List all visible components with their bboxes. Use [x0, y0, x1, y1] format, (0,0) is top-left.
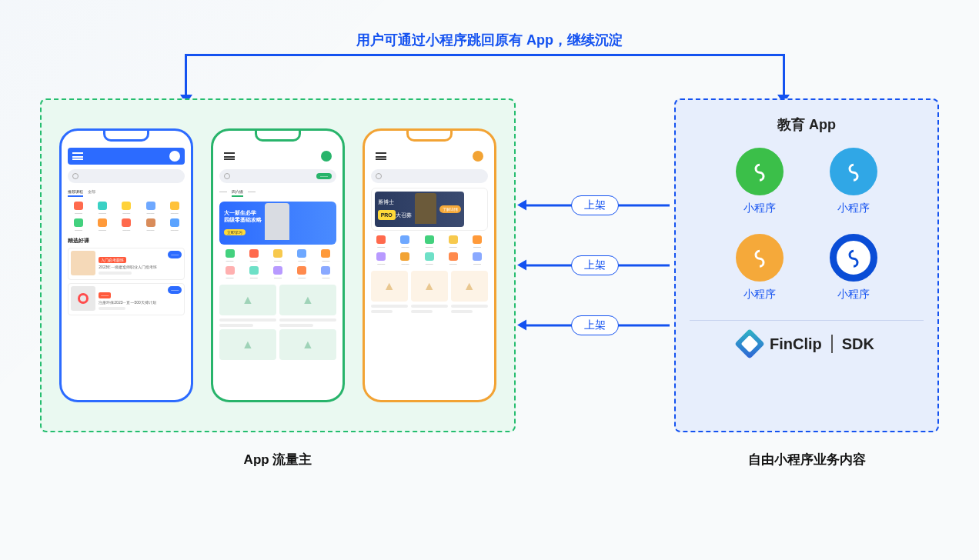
search-bar: —— — [219, 169, 336, 183]
person-image — [415, 193, 436, 224]
flow-arrow: 上架 — [520, 196, 670, 215]
miniprogram-label: 小程序 — [837, 202, 870, 215]
miniprogram-icon — [830, 234, 877, 282]
card-title: 注册环保2023一直—500天搏计划 — [99, 300, 165, 305]
phone-notch — [255, 131, 301, 142]
miniprogram-icon — [830, 148, 877, 195]
tab-active: 推荐课程 — [68, 188, 83, 197]
search-bar — [371, 169, 488, 183]
phone-mock-green: —— —— 四六级 —— 大一新生必学 四级零基础攻略 立即学习 —— —— —… — [211, 128, 345, 402]
category-grid: —— —— —— —— —— —— —— —— —— —— — [371, 235, 488, 266]
card-tag: —— — [99, 292, 111, 298]
phone-mock-orange: 雁博士 PRO大召募 了解详情 —— —— —— —— —— —— —— —— … — [363, 128, 496, 402]
flow-arrows-column: 上架 上架 上架 — [516, 98, 674, 432]
banner-prefix: 雁博士 — [378, 198, 412, 206]
course-card: —— 注册环保2023一直—500天搏计划 —— — [68, 283, 185, 315]
finclip-logo-icon — [734, 328, 765, 359]
avatar-icon — [321, 151, 332, 162]
hero-banner: 雁博士 PRO大召募 了解详情 — [371, 188, 488, 231]
flow-label: 上架 — [571, 315, 619, 335]
flow-arrow: 上架 — [520, 256, 670, 275]
section-title: 精选好课 — [68, 237, 185, 245]
miniprogram-icon — [736, 148, 784, 195]
banner-cta: 立即学习 — [224, 229, 246, 235]
separator — [831, 335, 833, 353]
flow-arrow: 上架 — [520, 316, 670, 335]
phone-header — [68, 148, 185, 165]
miniprogram-item: 小程序 — [830, 234, 877, 302]
search-icon — [376, 173, 382, 179]
sdk-label: SDK — [842, 335, 874, 353]
hero-banner: 大一新生必学 四级零基础攻略 立即学习 — [219, 202, 336, 245]
tab-row: 推荐课程 全部 — [68, 188, 185, 197]
finclip-sdk-brand: FinClip SDK — [739, 333, 874, 355]
card-tag: 入门必考题班 — [99, 257, 126, 263]
miniprogram-label: 小程序 — [743, 202, 776, 215]
menu-icon — [376, 152, 386, 160]
right-panel-title: 教育 App — [777, 115, 836, 134]
person-image — [265, 203, 289, 240]
search-btn: —— — [316, 173, 332, 179]
divider — [690, 320, 924, 321]
banner-suffix: 大召募 — [396, 212, 412, 218]
banner-line: 四级零基础攻略 — [224, 216, 262, 223]
menu-icon — [72, 152, 83, 160]
content-list: ▲ ▲ ▲ — [371, 271, 488, 315]
menu-icon — [224, 152, 235, 160]
card-cta: —— — [168, 251, 182, 258]
category-grid: —— —— —— —— —— —— —— —— —— —— — [68, 202, 185, 232]
right-panel-education-app: 教育 App 小程序 小程序 小程序 — [674, 98, 939, 432]
finclip-name: FinClip — [770, 335, 822, 353]
search-bar — [68, 169, 185, 183]
phone-notch — [103, 131, 149, 142]
top-connector-arrow — [185, 54, 785, 96]
banner-cta: 了解详情 — [439, 205, 461, 213]
miniprogram-item: 小程序 — [830, 148, 877, 215]
tab: 全部 — [88, 188, 95, 197]
pro-badge: PRO — [378, 210, 396, 220]
miniprogram-item: 小程序 — [736, 148, 784, 215]
phone-header — [371, 148, 488, 165]
category-grid: —— —— —— —— —— —— —— —— —— —— — [219, 249, 336, 280]
diagram-stage: 推荐课程 全部 —— —— —— —— —— —— —— —— —— —— 精选… — [40, 98, 939, 432]
top-flow-text: 用户可通过小程序跳回原有 App，继续沉淀 — [0, 31, 979, 49]
phone-notch — [406, 131, 453, 142]
miniprogram-label: 小程序 — [837, 288, 870, 302]
tab-row: —— 四六级 —— — [219, 188, 336, 197]
search-icon — [224, 173, 230, 179]
miniprogram-grid: 小程序 小程序 小程序 小程序 — [736, 148, 877, 302]
avatar-icon — [473, 151, 483, 162]
card-cta: —— — [168, 286, 182, 294]
miniprogram-label: 小程序 — [743, 288, 776, 302]
left-panel-app-owners: 推荐课程 全部 —— —— —— —— —— —— —— —— —— —— 精选… — [40, 98, 516, 432]
captions: App 流量主 自由小程序业务内容 — [40, 451, 939, 468]
avatar-icon — [169, 151, 180, 162]
search-icon — [72, 173, 79, 179]
left-caption: App 流量主 — [40, 451, 516, 468]
content-list: ▲▲ ▲▲ — [219, 285, 336, 363]
tab-active: 四六级 — [232, 188, 243, 197]
flow-label: 上架 — [571, 195, 619, 215]
right-caption: 自由小程序业务内容 — [674, 451, 939, 468]
phone-mock-blue: 推荐课程 全部 —— —— —— —— —— —— —— —— —— —— 精选… — [59, 128, 193, 402]
course-card: 入门必考题班 2023年一级建造师职业人门指考班 —— — [68, 248, 185, 280]
flow-label: 上架 — [571, 255, 619, 275]
miniprogram-icon — [736, 234, 784, 282]
banner-line: 大一新生必学 — [224, 209, 262, 216]
miniprogram-item: 小程序 — [736, 234, 784, 302]
card-title: 2023年一级建造师职业人门指考班 — [99, 265, 165, 269]
phone-header — [219, 148, 336, 165]
